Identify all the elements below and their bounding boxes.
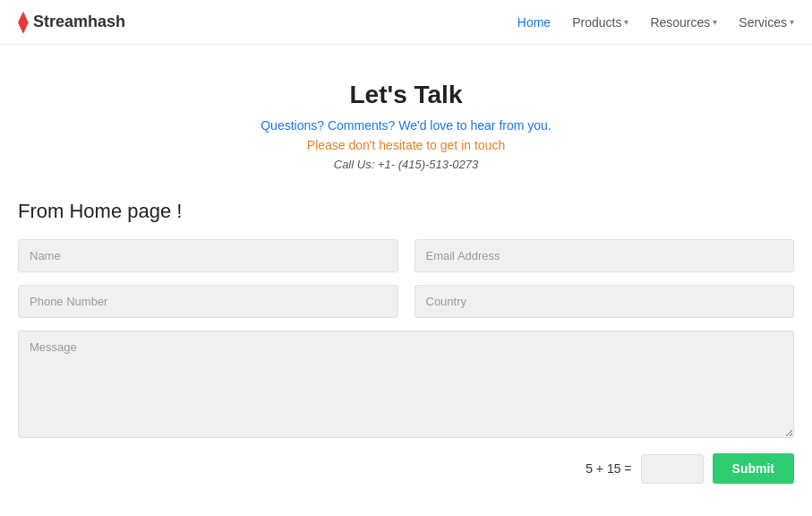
country-input[interactable] (415, 285, 795, 318)
chevron-down-icon: ▾ (790, 17, 794, 27)
chevron-down-icon: ▾ (624, 17, 628, 27)
nav-label-home: Home (517, 15, 551, 30)
hero-subtitle: Questions? Comments? We'd love to hear f… (18, 118, 794, 133)
main-nav: Home Products ▾ Resources ▾ Services ▾ (517, 15, 794, 30)
form-section-title: From Home page ! (18, 200, 794, 223)
chevron-down-icon: ▾ (713, 17, 717, 27)
hero-call: Call Us: +1- (415)-513-0273 (18, 158, 794, 171)
header: ⧫ Streamhash Home Products ▾ Resources ▾… (0, 0, 812, 45)
logo[interactable]: ⧫ Streamhash (18, 11, 125, 34)
submit-row: 5 + 15 = Submit (18, 453, 794, 484)
contact-form-section: From Home page ! 5 + 15 = Submit (18, 200, 794, 484)
message-row (18, 331, 794, 441)
hero-hesitate: Please don't hesitate to get in touch (18, 138, 794, 152)
submit-button[interactable]: Submit (713, 453, 794, 484)
nav-label-resources: Resources (650, 15, 710, 30)
hero-section: Let's Talk Questions? Comments? We'd lov… (18, 81, 794, 171)
nav-item-products[interactable]: Products ▾ (572, 15, 628, 30)
name-email-row (18, 239, 794, 272)
message-textarea[interactable] (18, 331, 794, 438)
captcha-input[interactable] (641, 454, 704, 484)
email-input[interactable] (415, 239, 795, 272)
hero-title: Let's Talk (18, 81, 794, 109)
nav-item-services[interactable]: Services ▾ (739, 15, 794, 30)
nav-label-products: Products (572, 15, 621, 30)
main-content: Let's Talk Questions? Comments? We'd lov… (0, 45, 812, 502)
nav-item-resources[interactable]: Resources ▾ (650, 15, 717, 30)
name-input[interactable] (18, 239, 398, 272)
captcha-label: 5 + 15 = (585, 461, 631, 476)
logo-icon: ⧫ (18, 11, 28, 34)
phone-country-row (18, 285, 794, 318)
logo-text: Streamhash (33, 13, 125, 31)
phone-input[interactable] (18, 285, 398, 318)
nav-label-services: Services (739, 15, 787, 30)
nav-item-home[interactable]: Home (517, 15, 551, 30)
